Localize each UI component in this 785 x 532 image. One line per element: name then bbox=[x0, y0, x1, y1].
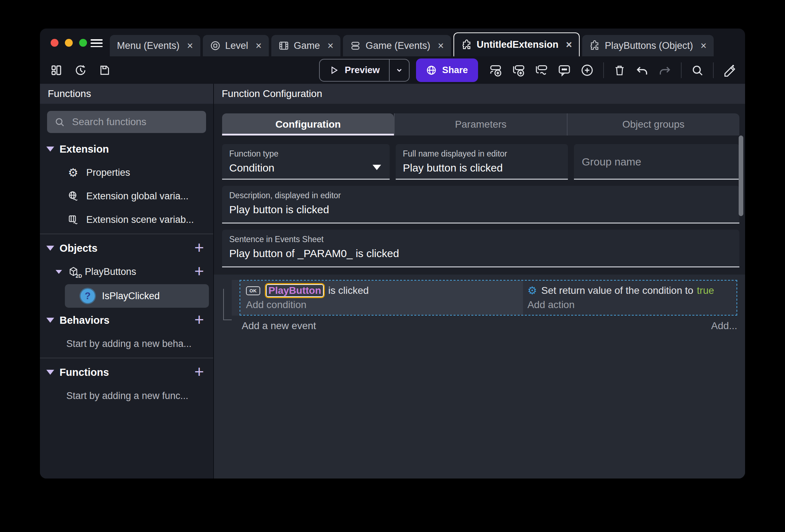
vertical-scrollbar[interactable] bbox=[739, 135, 743, 216]
close-icon[interactable]: × bbox=[566, 40, 572, 50]
minimize-window-button[interactable] bbox=[65, 39, 73, 47]
close-icon[interactable]: × bbox=[438, 41, 444, 51]
tab-configuration[interactable]: Configuration bbox=[222, 113, 394, 135]
sidebar-item-playbuttons[interactable]: 2D PlayButtons + bbox=[40, 260, 213, 283]
action-line[interactable]: ⚙ Set return value of the condition to t… bbox=[527, 283, 737, 298]
sidebar-section-objects[interactable]: Objects + bbox=[40, 236, 213, 260]
event-drag-handle[interactable] bbox=[232, 280, 240, 316]
tab-game[interactable]: Game × bbox=[271, 35, 340, 56]
add-more-events-icon[interactable] bbox=[580, 63, 594, 77]
condition-line[interactable]: OK PlayButton is clicked bbox=[246, 283, 523, 298]
close-icon[interactable]: × bbox=[701, 41, 707, 51]
tab-label: Menu (Events) bbox=[117, 40, 180, 51]
add-action-button[interactable]: Add action bbox=[527, 298, 737, 311]
add-free-function-button[interactable]: + bbox=[194, 363, 204, 380]
tab-playbuttons-object[interactable]: PlayButtons (Object) × bbox=[582, 35, 714, 56]
gear-icon: ⚙ bbox=[66, 167, 80, 178]
close-window-button[interactable] bbox=[51, 39, 58, 47]
full-name-value: Play button is clicked bbox=[403, 162, 561, 174]
actions-column[interactable]: ⚙ Set return value of the condition to t… bbox=[523, 281, 737, 315]
section-label: Behaviors bbox=[60, 314, 194, 326]
tree-item-label: IsPlayClicked bbox=[102, 291, 160, 302]
save-icon[interactable] bbox=[98, 64, 111, 76]
sidebar-item-isplayclicked[interactable]: ? IsPlayClicked bbox=[65, 284, 209, 308]
group-name-input[interactable] bbox=[581, 155, 732, 168]
field-label: Description, displayed in editor bbox=[229, 191, 732, 200]
tab-label: Level bbox=[225, 40, 248, 51]
preview-options-button[interactable] bbox=[389, 60, 409, 81]
sidebar-item-extension-scene-variables[interactable]: Extension scene variab... bbox=[40, 208, 213, 231]
tab-level[interactable]: Level × bbox=[203, 35, 269, 56]
tree-item-label: Properties bbox=[86, 167, 130, 178]
selected-event[interactable]: OK PlayButton is clicked Add condition ⚙… bbox=[240, 280, 737, 316]
search-functions-box[interactable] bbox=[47, 111, 206, 133]
sidebar-section-functions[interactable]: Functions + bbox=[40, 360, 213, 384]
delete-icon[interactable] bbox=[613, 64, 626, 77]
add-behavior-button[interactable]: + bbox=[194, 311, 204, 328]
tab-untitled-extension[interactable]: UntitledExtension × bbox=[453, 32, 580, 56]
zoom-window-button[interactable] bbox=[79, 39, 87, 47]
tab-parameters[interactable]: Parameters bbox=[394, 113, 566, 135]
sidebar-divider bbox=[40, 358, 213, 358]
sidebar-section-extension[interactable]: Extension bbox=[40, 137, 213, 161]
add-condition-button[interactable]: Add condition bbox=[246, 298, 523, 311]
tree-item-label: PlayButtons bbox=[85, 266, 189, 277]
add-new-event-button[interactable]: Add a new event bbox=[242, 320, 316, 332]
action-text: Set return value of the condition to bbox=[541, 285, 693, 296]
tab-game-events[interactable]: Game (Events) × bbox=[343, 35, 451, 56]
redo-icon[interactable] bbox=[658, 63, 672, 77]
toolbar-divider bbox=[713, 62, 714, 78]
function-configuration-panel: Function Configuration Configuration Par… bbox=[214, 84, 745, 479]
menu-hamburger-icon[interactable] bbox=[91, 39, 103, 47]
project-manager-icon[interactable] bbox=[50, 64, 63, 77]
full-name-field[interactable]: Full name displayed in editor Play butto… bbox=[396, 144, 568, 180]
event-indent-connector bbox=[223, 289, 232, 320]
event-row[interactable]: OK PlayButton is clicked Add condition ⚙… bbox=[232, 280, 737, 316]
field-label: Sentence in Events Sheet bbox=[229, 235, 732, 244]
history-icon[interactable] bbox=[74, 64, 87, 77]
search-icon[interactable] bbox=[691, 64, 704, 77]
play-icon bbox=[329, 65, 339, 75]
preview-label: Preview bbox=[345, 65, 380, 76]
tab-menu-events[interactable]: Menu (Events) × bbox=[110, 35, 200, 56]
sentence-field[interactable]: Sentence in Events Sheet Play button of … bbox=[222, 230, 739, 267]
comment-icon[interactable] bbox=[558, 63, 571, 77]
sidebar-item-properties[interactable]: ⚙ Properties bbox=[40, 161, 213, 184]
function-type-value: Condition bbox=[229, 162, 383, 174]
editor-tabs: Menu (Events) × Level × Game × bbox=[110, 32, 716, 56]
field-label: Full name displayed in editor bbox=[403, 149, 561, 159]
traffic-lights bbox=[51, 39, 87, 47]
add-object-button[interactable]: + bbox=[194, 239, 204, 256]
events-sheet-icon bbox=[350, 40, 361, 51]
magic-edit-icon[interactable] bbox=[723, 63, 737, 77]
tab-object-groups[interactable]: Object groups bbox=[567, 113, 739, 135]
add-subevent-icon[interactable] bbox=[512, 63, 525, 77]
description-field[interactable]: Description, displayed in editor Play bu… bbox=[222, 186, 739, 224]
condition-text: is clicked bbox=[328, 285, 369, 296]
group-name-field[interactable] bbox=[574, 144, 739, 180]
add-more-button[interactable]: Add... bbox=[711, 320, 737, 332]
close-icon[interactable]: × bbox=[256, 41, 262, 51]
description-value: Play button is clicked bbox=[229, 204, 732, 216]
search-input[interactable] bbox=[71, 116, 201, 128]
undo-icon[interactable] bbox=[635, 63, 649, 77]
add-event-icon[interactable] bbox=[489, 63, 503, 77]
tree-item-label: Extension global varia... bbox=[86, 191, 189, 202]
tab-label: Game bbox=[294, 40, 320, 51]
sidebar-header: Functions bbox=[40, 84, 213, 104]
close-icon[interactable]: × bbox=[187, 41, 193, 51]
section-label: Functions bbox=[60, 367, 194, 378]
close-icon[interactable]: × bbox=[328, 41, 334, 51]
app-window: Menu (Events) × Level × Game × bbox=[40, 29, 745, 479]
sidebar-section-behaviors[interactable]: Behaviors + bbox=[40, 308, 213, 332]
main-header: Function Configuration bbox=[214, 84, 745, 104]
preview-button[interactable]: Preview bbox=[319, 59, 410, 82]
sidebar-item-extension-global-variables[interactable]: Extension global varia... bbox=[40, 184, 213, 208]
add-function-to-object-button[interactable]: + bbox=[194, 263, 204, 279]
conditions-column[interactable]: OK PlayButton is clicked Add condition bbox=[240, 281, 523, 315]
dropdown-caret-icon bbox=[373, 165, 381, 170]
add-condition-icon[interactable] bbox=[535, 63, 548, 77]
share-button[interactable]: Share bbox=[416, 58, 478, 82]
function-type-select[interactable]: Function type Condition bbox=[222, 144, 390, 180]
condition-object-chip[interactable]: PlayButton bbox=[265, 283, 325, 298]
